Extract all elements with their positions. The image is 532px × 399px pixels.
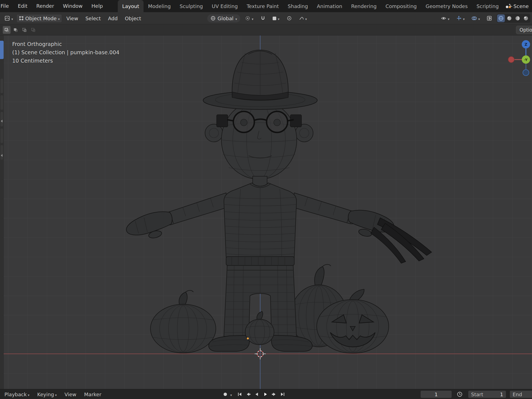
magnet-icon bbox=[260, 16, 265, 21]
end-label: End bbox=[513, 392, 522, 397]
proportional-falloff-dropdown[interactable] bbox=[297, 14, 309, 22]
tab-uv-editing[interactable]: UV Editing bbox=[207, 0, 242, 12]
select-mode-new-button[interactable] bbox=[3, 26, 11, 34]
tool-slot[interactable] bbox=[1, 129, 3, 143]
region-expand-arrow[interactable] bbox=[1, 154, 2, 157]
menu-render[interactable]: Render bbox=[32, 0, 58, 12]
overlays-caret bbox=[478, 16, 480, 21]
tool-slot[interactable] bbox=[1, 112, 3, 126]
region-expand-arrow[interactable] bbox=[1, 120, 2, 122]
keying-set-caret[interactable] bbox=[230, 392, 232, 397]
options-popover-button[interactable]: Options bbox=[516, 26, 532, 34]
tab-compositing[interactable]: Compositing bbox=[381, 0, 421, 12]
tab-rendering[interactable]: Rendering bbox=[347, 0, 381, 12]
tab-shading[interactable]: Shading bbox=[283, 0, 312, 12]
menu-file[interactable]: File bbox=[0, 0, 13, 12]
timeline-view-menu[interactable]: View bbox=[65, 392, 76, 397]
menu-window[interactable]: Window bbox=[58, 0, 87, 12]
gizmo-y-label: -Y bbox=[524, 58, 528, 62]
playback-menu[interactable]: Playback bbox=[4, 392, 29, 397]
current-frame-field[interactable]: 1 bbox=[421, 391, 452, 398]
pivot-point-icon bbox=[245, 16, 250, 21]
pumpkin-left[interactable] bbox=[150, 290, 216, 353]
orientation-caret bbox=[235, 16, 237, 21]
falloff-caret bbox=[305, 16, 307, 21]
navigation-gizmo[interactable]: Z -Y bbox=[507, 40, 532, 82]
scene-selector[interactable]: Scene bbox=[505, 0, 529, 12]
jump-to-start-button[interactable] bbox=[236, 391, 243, 398]
tool-slot[interactable] bbox=[1, 95, 3, 110]
menu-help[interactable]: Help bbox=[87, 0, 107, 12]
shading-rendered-button[interactable] bbox=[522, 14, 530, 22]
marker-label: Marker bbox=[84, 392, 101, 397]
tab-animation[interactable]: Animation bbox=[312, 0, 347, 12]
editor-type-button[interactable] bbox=[2, 14, 15, 22]
select-mode-intersect-button[interactable] bbox=[29, 26, 37, 34]
menu-select[interactable]: Select bbox=[82, 14, 104, 22]
snap-target-icon bbox=[273, 17, 276, 20]
start-value: 1 bbox=[500, 392, 503, 397]
global-orientation-icon bbox=[211, 16, 216, 21]
menu-add[interactable]: Add bbox=[105, 14, 121, 22]
play-reverse-button[interactable] bbox=[253, 391, 260, 398]
tab-scripting[interactable]: Scripting bbox=[472, 0, 503, 12]
snap-caret bbox=[278, 16, 279, 21]
active-tool-highlight[interactable] bbox=[0, 41, 4, 59]
wireframe-scene bbox=[0, 35, 532, 389]
previous-keyframe-button[interactable] bbox=[245, 391, 252, 398]
shading-wireframe-button[interactable] bbox=[497, 14, 505, 22]
menu-edit[interactable]: Edit bbox=[13, 0, 32, 12]
wireframe-shading-icon bbox=[498, 16, 504, 21]
mode-dropdown[interactable]: Object Mode bbox=[16, 14, 62, 23]
proportional-editing-icon bbox=[287, 16, 292, 21]
pivot-point-dropdown[interactable] bbox=[243, 14, 255, 22]
shading-solid-button[interactable] bbox=[505, 14, 513, 22]
frame-start-field[interactable]: Start 1 bbox=[468, 391, 506, 398]
select-mode-extend-button[interactable] bbox=[12, 26, 19, 34]
playback-caret bbox=[28, 392, 29, 397]
tab-geometry-nodes[interactable]: Geometry Nodes bbox=[421, 0, 472, 12]
tab-sculpting[interactable]: Sculpting bbox=[175, 0, 207, 12]
keying-label: Keying bbox=[37, 392, 54, 397]
gizmo-x-ball[interactable] bbox=[508, 57, 514, 63]
menu-object[interactable]: Object bbox=[122, 14, 144, 22]
auto-keying-button[interactable] bbox=[222, 391, 229, 398]
editor-3d-viewport-icon bbox=[4, 16, 10, 21]
play-button[interactable] bbox=[262, 391, 269, 398]
tool-slot[interactable] bbox=[1, 145, 3, 160]
snap-toggle[interactable] bbox=[258, 15, 268, 22]
tab-modeling[interactable]: Modeling bbox=[144, 0, 175, 12]
toolbar-strip[interactable] bbox=[0, 35, 4, 389]
keying-menu[interactable]: Keying bbox=[37, 392, 57, 397]
frame-end-field[interactable]: End bbox=[510, 391, 532, 398]
gizmos-toggle-dropdown[interactable] bbox=[454, 14, 467, 22]
keying-caret bbox=[55, 392, 57, 397]
tool-slot[interactable] bbox=[1, 79, 3, 93]
transform-orientation-dropdown[interactable]: Global bbox=[207, 14, 240, 22]
select-subtract-icon bbox=[22, 27, 27, 32]
shading-material-button[interactable] bbox=[514, 14, 521, 22]
object-mode-icon bbox=[19, 16, 24, 21]
gizmos-caret bbox=[463, 16, 465, 21]
menu-view[interactable]: View bbox=[63, 14, 81, 22]
marker-menu[interactable]: Marker bbox=[84, 392, 101, 397]
xray-toggle[interactable] bbox=[484, 14, 494, 22]
tab-layout[interactable]: Layout bbox=[118, 0, 144, 12]
proportional-editing-toggle[interactable] bbox=[285, 15, 294, 22]
overlays-toggle-dropdown[interactable] bbox=[469, 14, 482, 22]
tool-settings-bar: Options bbox=[0, 24, 532, 35]
gizmo-minus-z-ball[interactable] bbox=[523, 70, 529, 76]
next-keyframe-button[interactable] bbox=[270, 391, 278, 398]
snap-settings-dropdown[interactable] bbox=[270, 14, 282, 22]
viewport-3d[interactable]: Z -Y Front Orthographic (1) Scene Collec… bbox=[0, 35, 532, 389]
select-intersect-icon bbox=[31, 27, 36, 32]
select-mode-subtract-button[interactable] bbox=[21, 26, 28, 34]
tab-texture-paint[interactable]: Texture Paint bbox=[242, 0, 283, 12]
active-object-breadcrumb: (1) Scene Collection | pumpkin-base.004 bbox=[12, 48, 119, 57]
jump-to-end-button[interactable] bbox=[279, 391, 286, 398]
playback-range-clock-icon[interactable] bbox=[457, 391, 463, 397]
shading-mode-group bbox=[497, 14, 530, 23]
visibility-dropdown[interactable] bbox=[439, 14, 452, 22]
grid-scale-text: 10 Centimeters bbox=[12, 57, 119, 65]
falloff-curve-icon bbox=[299, 16, 304, 21]
